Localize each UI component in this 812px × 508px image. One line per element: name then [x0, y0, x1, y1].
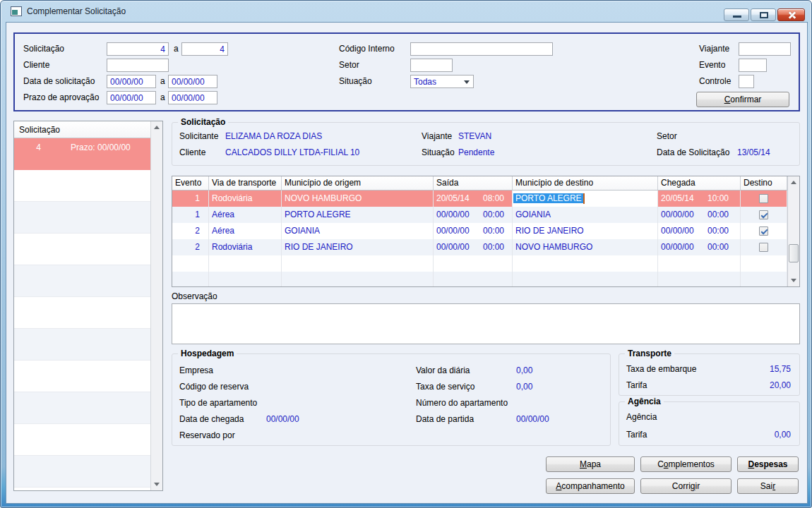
column-header-origem: Município de origem: [282, 176, 434, 190]
controle-filter-input[interactable]: [739, 75, 754, 88]
cell-via: Rodoviária: [209, 190, 282, 207]
data-solicitacao-to-input[interactable]: 00/00/00: [168, 75, 217, 88]
data-partida-label: Data de partida: [416, 413, 474, 425]
confirmar-button[interactable]: Confirmar: [696, 92, 789, 107]
mapa-button[interactable]: Mapa: [546, 456, 635, 472]
sair-button[interactable]: Sair: [737, 478, 799, 494]
destino-checkbox[interactable]: [759, 226, 768, 236]
scroll-up-button[interactable]: [788, 176, 799, 188]
destino-checkbox[interactable]: [759, 194, 768, 203]
scroll-up-button[interactable]: [151, 121, 162, 133]
trips-table: Evento Via de transporte Município de or…: [172, 176, 800, 287]
trip-row[interactable]: 2 Rodoviária RIO DE JANEIRO 00/00/0000:0…: [172, 239, 799, 255]
button-label: r: [772, 481, 775, 491]
solicitacao-to-input[interactable]: 4: [181, 42, 228, 56]
button-label: espesas: [754, 459, 787, 469]
app-window: Complementar Solicitação Solicitação 4 a…: [0, 0, 812, 508]
window-title: Complementar Solicitação: [27, 6, 126, 16]
button-label: companhamento: [561, 481, 624, 491]
minimize-button[interactable]: [724, 8, 749, 21]
cell-chegada: 00/00/0000:00: [658, 207, 741, 223]
trip-row[interactable]: 1 Rodoviária NOVO HAMBURGO 20/05/1408:00…: [172, 190, 799, 207]
button-label: ir: [695, 481, 700, 491]
saida-hora: 00:00: [483, 242, 504, 252]
button-label: mplementos: [668, 459, 714, 469]
codigo-reserva-label: Código de reserva: [179, 380, 249, 393]
destino-municipio-edit-cell[interactable]: PORTO ALEGRE: [513, 190, 658, 207]
complementos-button[interactable]: Complementos: [640, 456, 732, 472]
cell-evento: 2: [172, 223, 209, 239]
corrigir-button[interactable]: Corrigir: [640, 478, 732, 494]
chegada-hora: 00:00: [707, 210, 729, 219]
cell-chegada: 00/00/0000:00: [658, 223, 741, 239]
evento-filter-input[interactable]: [739, 59, 767, 72]
maximize-button[interactable]: [751, 8, 776, 21]
cliente-filter-input[interactable]: [107, 59, 169, 72]
controle-filter-label: Controle: [699, 75, 731, 87]
solicitacao-from-input[interactable]: 4: [107, 42, 169, 56]
trip-row-empty[interactable]: [172, 255, 799, 272]
agencia-tarifa-label: Tarifa: [626, 428, 647, 441]
trip-row[interactable]: 2 Aérea GOIANIA 00/00/0000:00 RIO DE JAN…: [172, 223, 799, 239]
data-solicitacao-label: Data de Solicitação: [657, 146, 729, 159]
despesas-button[interactable]: Despesas: [737, 456, 799, 472]
agencia-group: Agência Agência Tarifa 0,00: [619, 401, 800, 446]
situacao-dropdown[interactable]: Todas: [410, 75, 474, 88]
button-label: C: [657, 459, 664, 469]
data-solicitacao-from-input[interactable]: 00/00/00: [107, 75, 156, 88]
titlebar[interactable]: Complementar Solicitação: [1, 1, 811, 23]
destino-checkbox[interactable]: [759, 243, 768, 252]
scroll-down-button[interactable]: [788, 274, 799, 286]
close-button[interactable]: [777, 8, 805, 21]
selected-text: PORTO ALEGRE: [513, 193, 583, 203]
details-group-title: Solicitação: [178, 117, 228, 127]
column-header-saida: Saída: [434, 176, 513, 190]
solicitacao-list-header: Solicitação: [14, 121, 150, 138]
window-icon[interactable]: [11, 6, 22, 16]
chegada-data: 00/00/00: [661, 239, 702, 255]
cell-origem: NOVO HAMBURGO: [282, 190, 434, 207]
destino-checkbox[interactable]: [759, 210, 768, 219]
valor-diaria-label: Valor da diária: [416, 364, 470, 377]
button-label: g: [691, 481, 695, 491]
prazo-aprovacao-from-input[interactable]: 00/00/00: [107, 91, 156, 104]
trip-row[interactable]: 1 Aérea PORTO ALEGRE 00/00/0000:00 GOIAN…: [172, 207, 799, 223]
prazo-aprovacao-to-input[interactable]: 00/00/00: [168, 91, 217, 104]
saida-hora: 08:00: [483, 193, 504, 203]
data-chegada-value: 00/00/00: [266, 413, 299, 425]
observacao-textarea[interactable]: [172, 303, 800, 344]
cell-evento: 1: [172, 207, 209, 223]
solicitacao-numero: 4: [21, 143, 41, 152]
maximize-icon: [760, 12, 768, 18]
solicitacao-prazo: Prazo: 00/00/00: [71, 143, 131, 152]
scrollbar-thumb[interactable]: [789, 244, 799, 262]
transporte-group: Transporte Taxa de embarque 15,75 Tarifa…: [619, 353, 800, 396]
solicitacao-list-item-selected[interactable]: 4 Prazo: 00/00/00: [14, 138, 150, 170]
viajante-value: STEVAN: [458, 130, 491, 143]
viajante-filter-input[interactable]: [739, 42, 791, 56]
cliente-filter-label: Cliente: [23, 59, 49, 71]
situacao-selected-value: Todas: [414, 77, 436, 87]
cell-destino: [741, 239, 787, 255]
scroll-down-icon: [154, 483, 160, 486]
cell-destino-municipio: RIO DE JANEIRO: [513, 223, 658, 239]
trips-scrollbar[interactable]: [787, 176, 799, 286]
cell-destino: [741, 190, 787, 207]
trip-row-empty[interactable]: [172, 272, 799, 287]
filter-panel: Solicitação 4 a 4 Cliente Data de solici…: [13, 32, 800, 111]
list-scrollbar[interactable]: [150, 121, 162, 490]
codigo-interno-input[interactable]: [410, 42, 553, 56]
scroll-down-button[interactable]: [151, 478, 162, 490]
solicitacao-list-empty-rows[interactable]: [14, 170, 150, 490]
setor-filter-input[interactable]: [410, 59, 453, 72]
column-header-chegada: Chegada: [658, 176, 741, 190]
hospedagem-group-title: Hospedagem: [178, 349, 237, 358]
taxa-embarque-label: Taxa de embarque: [626, 363, 696, 375]
data-solicitacao-value: 13/05/14: [737, 146, 770, 159]
cell-origem: PORTO ALEGRE: [282, 207, 434, 223]
cell-chegada: 00/00/0000:00: [658, 239, 741, 255]
acompanhamento-button[interactable]: Acompanhamento: [546, 478, 635, 494]
taxa-servico-label: Taxa de serviço: [416, 380, 474, 393]
minimize-icon: [733, 16, 741, 18]
cell-evento: 2: [172, 239, 209, 255]
